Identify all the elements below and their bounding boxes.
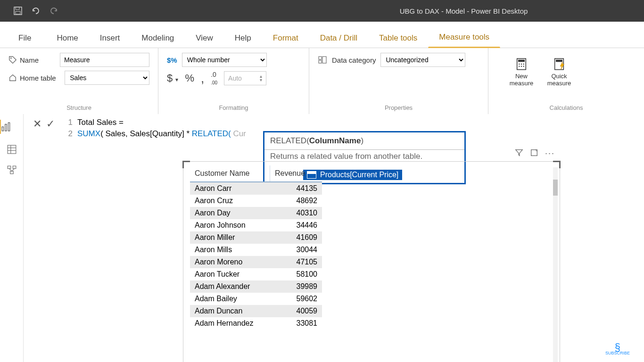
table-header-row: Customer Name Revenue <box>190 165 322 182</box>
cell-revenue: 58100 <box>270 268 322 280</box>
svg-rect-6 <box>322 57 326 63</box>
ribbon-group-properties: Data category Uncategorized Properties <box>309 48 488 114</box>
data-table: Customer Name Revenue Aaron Carr44135Aar… <box>190 165 322 329</box>
percent-button[interactable]: % <box>185 72 194 84</box>
cell-customer-name: Adam Alexander <box>190 280 270 293</box>
undo-icon[interactable] <box>31 6 41 16</box>
svg-rect-26 <box>10 171 13 174</box>
menu-home[interactable]: Home <box>46 27 89 48</box>
cell-revenue: 48692 <box>270 195 322 207</box>
menu-view[interactable]: View <box>185 27 224 48</box>
cell-revenue: 47105 <box>270 256 322 268</box>
save-icon[interactable] <box>13 6 23 16</box>
new-measure-button[interactable]: New measure <box>507 58 536 87</box>
cell-revenue: 33081 <box>270 317 322 329</box>
thousands-button[interactable]: , <box>201 71 204 86</box>
menu-measure-tools[interactable]: Measure tools <box>428 26 500 48</box>
svg-line-27 <box>9 169 12 172</box>
model-view-button[interactable] <box>7 165 17 175</box>
table-row[interactable]: Aaron Cruz48692 <box>190 195 322 207</box>
view-switcher <box>0 114 24 362</box>
group-label-properties: Properties <box>309 104 488 111</box>
table-row[interactable]: Aaron Day40310 <box>190 207 322 219</box>
cell-customer-name: Aaron Day <box>190 207 270 219</box>
intellisense-signature: RELATED(ColumnName) <box>264 132 464 150</box>
cell-customer-name: Adam Hernandez <box>190 317 270 329</box>
cancel-formula-button[interactable]: ✕ <box>33 118 41 130</box>
data-category-select[interactable]: Uncategorized <box>380 53 465 67</box>
focus-mode-icon[interactable] <box>530 148 538 158</box>
name-label: Name <box>20 56 39 64</box>
decimal-places-input[interactable]: Auto ▴▾ <box>224 71 266 85</box>
cell-revenue: 30044 <box>270 244 322 256</box>
table-visual[interactable]: ··· Customer Name Revenue Aaron Carr4413… <box>183 161 560 362</box>
svg-rect-5 <box>319 60 322 63</box>
svg-rect-20 <box>8 145 16 154</box>
measure-name-input[interactable] <box>60 53 149 67</box>
menu-modeling[interactable]: Modeling <box>131 27 185 48</box>
cell-revenue: 40310 <box>270 207 322 219</box>
svg-rect-24 <box>8 166 11 169</box>
table-row[interactable]: Adam Hernandez33081 <box>190 317 322 329</box>
table-row[interactable]: Aaron Carr44135 <box>190 182 322 195</box>
cell-customer-name: Aaron Miller <box>190 231 270 244</box>
group-label-calculations: Calculations <box>488 104 644 111</box>
header-customer-name[interactable]: Customer Name <box>190 165 270 181</box>
quick-measure-button[interactable]: Quick measure <box>545 58 573 87</box>
svg-rect-25 <box>13 166 16 169</box>
svg-rect-0 <box>14 7 22 15</box>
group-label-formatting: Formatting <box>158 104 309 111</box>
dna-icon: § <box>605 344 630 351</box>
resize-handle-tl[interactable] <box>182 161 190 168</box>
calculator-icon <box>515 58 528 71</box>
menu-table-tools[interactable]: Table tools <box>368 27 428 48</box>
scrollbar-thumb[interactable] <box>553 180 558 196</box>
svg-rect-4 <box>319 57 322 59</box>
table-row[interactable]: Adam Bailey59602 <box>190 293 322 305</box>
data-category-label: Data category <box>332 56 376 64</box>
menu-insert[interactable]: Insert <box>89 27 131 48</box>
decimals-button[interactable]: .0.00 <box>211 71 217 86</box>
menu-help[interactable]: Help <box>224 27 262 48</box>
report-view-button[interactable] <box>0 120 23 134</box>
data-view-button[interactable] <box>7 144 17 155</box>
table-row[interactable]: Aaron Miller41609 <box>190 231 322 244</box>
canvas: ✕ ✓ 1Total Sales = 2 SUMX( Sales, Sales[… <box>24 114 644 362</box>
commit-formula-button[interactable]: ✓ <box>46 118 55 130</box>
format-icon: $% <box>167 56 177 64</box>
table-row[interactable]: Adam Alexander39989 <box>190 280 322 293</box>
titlebar: UBG to DAX - Model - Power BI Desktop <box>0 0 644 22</box>
window-title: UBG to DAX - Model - Power BI Desktop <box>400 7 528 15</box>
table-row[interactable]: Aaron Johnson34446 <box>190 219 322 231</box>
stepper-icon[interactable]: ▴▾ <box>260 74 262 82</box>
menu-format[interactable]: Format <box>262 27 309 48</box>
cell-customer-name: Adam Bailey <box>190 293 270 305</box>
cell-revenue: 59602 <box>270 293 322 305</box>
svg-point-9 <box>519 64 520 65</box>
menu-file[interactable]: File <box>8 27 42 48</box>
tag-icon <box>8 56 17 64</box>
workspace: ✕ ✓ 1Total Sales = 2 SUMX( Sales, Sales[… <box>0 114 644 362</box>
table-row[interactable]: Aaron Tucker58100 <box>190 268 322 280</box>
ribbon-group-calculations: New measure Quick measure Calculations <box>488 48 644 114</box>
home-table-select[interactable]: Sales <box>65 71 149 85</box>
filter-icon[interactable] <box>515 148 523 158</box>
currency-button[interactable]: $ ▾ <box>167 72 178 84</box>
menu-data-drill[interactable]: Data / Drill <box>309 27 368 48</box>
svg-point-10 <box>521 64 522 65</box>
header-revenue[interactable]: Revenue <box>270 165 322 181</box>
scrollbar-track[interactable] <box>553 167 558 362</box>
format-select[interactable]: Whole number <box>182 53 267 67</box>
svg-rect-17 <box>2 127 3 131</box>
table-row[interactable]: Aaron Moreno47105 <box>190 256 322 268</box>
calculator-bolt-icon <box>553 58 566 71</box>
more-options-icon[interactable]: ··· <box>545 148 555 158</box>
category-icon <box>318 55 327 65</box>
table-row[interactable]: Adam Duncan40059 <box>190 305 322 317</box>
svg-point-14 <box>523 66 524 67</box>
home-table-label: Home table <box>20 74 56 82</box>
table-row[interactable]: Aaron Mills30044 <box>190 244 322 256</box>
svg-point-12 <box>519 66 520 67</box>
redo-icon[interactable] <box>49 6 58 16</box>
ribbon-group-formatting: $% Whole number $ ▾ % , .0.00 Auto ▴▾ Fo… <box>158 48 309 114</box>
